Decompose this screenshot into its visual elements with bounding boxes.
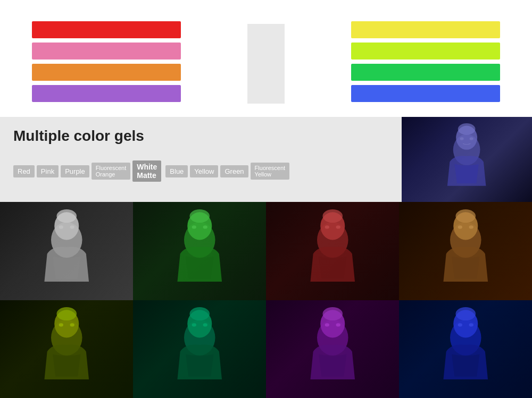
bust-cell-teal [133, 300, 266, 399]
bust-orange-svg [409, 209, 522, 293]
yellow-green-bar [351, 43, 500, 60]
svg-point-29 [70, 324, 74, 327]
bust-green-inner [133, 202, 266, 300]
svg-point-19 [336, 225, 340, 228]
white-rectangle [247, 24, 285, 104]
svg-point-38 [325, 324, 329, 327]
bust-teal-inner [133, 300, 266, 399]
pink-bar [32, 43, 181, 60]
bust-purple-inner [266, 300, 399, 399]
tag-pink: Pink [37, 165, 59, 177]
svg-point-24 [469, 225, 473, 228]
svg-point-8 [59, 225, 63, 228]
tag-white-matte: WhiteMatte [132, 160, 161, 182]
tag-yellow: Yellow [190, 165, 218, 177]
bust-cell-white [0, 202, 133, 300]
bust-cell-purple [266, 300, 399, 399]
bust-cell-green [133, 202, 266, 300]
tag-purple: Purple [61, 165, 89, 177]
svg-point-28 [59, 324, 63, 327]
bust-orange-inner [399, 202, 532, 300]
tag-fluorescent-yellow: FluorescentYellow [251, 163, 289, 180]
gels-title: Multiple color gels [13, 128, 388, 145]
svg-point-39 [336, 324, 340, 327]
svg-point-9 [70, 225, 74, 228]
svg-point-27 [56, 307, 77, 320]
svg-point-3 [460, 137, 464, 140]
svg-point-22 [455, 209, 476, 223]
svg-point-7 [56, 209, 77, 223]
bust-yellow-green-svg [10, 307, 123, 391]
svg-point-34 [203, 324, 207, 327]
bust-white-svg [10, 209, 123, 293]
purple-bar [32, 85, 181, 102]
bust-purple-svg [276, 307, 389, 391]
left-bars [32, 21, 181, 102]
gels-tags: Red Pink Purple FluorescentOrange WhiteM… [13, 160, 388, 182]
svg-point-2 [458, 123, 476, 135]
svg-point-17 [322, 209, 343, 223]
bust-teal-svg [143, 307, 256, 391]
red-bar [32, 21, 181, 38]
bust-blue-inner [399, 300, 532, 399]
gels-preview-image [402, 117, 532, 202]
svg-point-44 [469, 324, 473, 327]
bust-green-svg [143, 209, 256, 293]
tag-blue: Blue [165, 165, 188, 177]
svg-point-33 [192, 324, 196, 327]
bust-cell-orange [399, 202, 532, 300]
bust-red-svg [276, 209, 389, 293]
bust-yellow-green-inner [0, 300, 133, 399]
gels-image-inner [402, 117, 532, 202]
svg-point-42 [455, 307, 476, 320]
svg-point-43 [458, 324, 462, 327]
svg-point-37 [322, 307, 343, 320]
bust-cell-red [266, 202, 399, 300]
svg-point-14 [203, 225, 207, 228]
green-bar [351, 64, 500, 81]
bust-white-inner [0, 202, 133, 300]
svg-point-12 [189, 209, 210, 223]
bust-red-inner [266, 202, 399, 300]
bust-grid [0, 202, 532, 398]
top-section [0, 0, 532, 117]
bust-cell-blue [399, 300, 532, 399]
svg-point-32 [189, 307, 210, 320]
right-bars [351, 21, 500, 102]
tag-green: Green [220, 165, 248, 177]
gels-content: Multiple color gels Red Pink Purple Fluo… [0, 117, 402, 202]
tag-fluorescent-orange: FluorescentOrange [92, 163, 130, 180]
tag-red: Red [13, 165, 35, 177]
svg-point-13 [192, 225, 196, 228]
svg-point-4 [470, 137, 473, 140]
bust-blue-svg [409, 307, 522, 391]
bust-svg-main [411, 123, 522, 196]
bust-cell-yellow-green [0, 300, 133, 399]
gels-section: Multiple color gels Red Pink Purple Fluo… [0, 117, 532, 202]
svg-point-23 [458, 225, 462, 228]
orange-bar [32, 64, 181, 81]
svg-point-18 [325, 225, 329, 228]
yellow-bar [351, 21, 500, 38]
blue-bar [351, 85, 500, 102]
